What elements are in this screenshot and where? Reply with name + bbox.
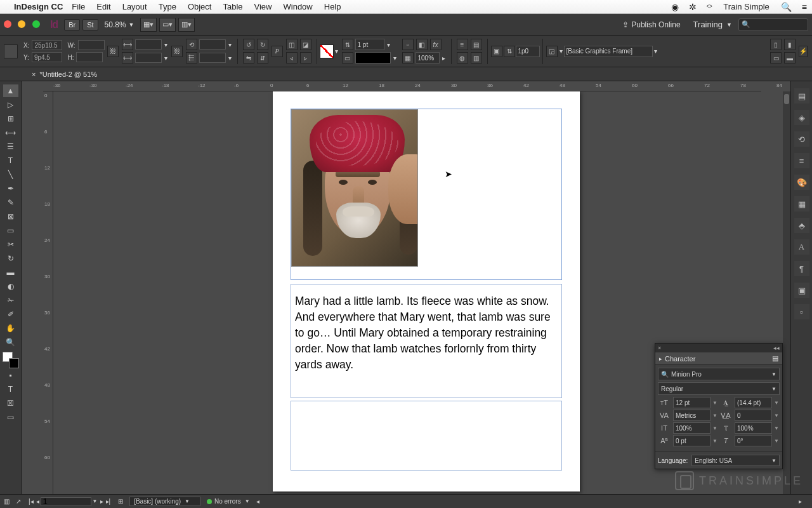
leading-input[interactable]: (14.4 pt) <box>735 397 772 408</box>
vscale-input[interactable]: 100% <box>673 422 710 434</box>
free-transform-tool[interactable]: ↻ <box>3 252 18 265</box>
pages-panel-icon[interactable]: ▤ <box>794 88 809 104</box>
paragraph-panel-icon[interactable]: ¶ <box>794 261 809 276</box>
view-options-button[interactable]: ▦▾ <box>140 18 157 32</box>
text-frame-empty[interactable] <box>291 401 562 471</box>
align-icon-2[interactable]: ▮ <box>784 39 796 50</box>
kerning-input[interactable]: Metrics <box>673 410 710 421</box>
shear-input[interactable] <box>199 53 226 63</box>
fx-none-icon[interactable]: ▫ <box>402 39 414 50</box>
eyedropper-tool[interactable]: ✐ <box>3 308 18 321</box>
minimize-window-icon[interactable] <box>18 20 25 28</box>
gap-tool[interactable]: ⟷ <box>3 126 18 139</box>
type-tool[interactable]: T <box>3 154 18 167</box>
vertical-ruler[interactable]: 0 6 12 18 24 30 36 42 48 54 60 <box>43 91 53 494</box>
rectangle-frame-tool[interactable]: ⊠ <box>3 210 18 223</box>
text-wrap-shape-icon[interactable]: ◍ <box>457 52 468 64</box>
align-icon-3[interactable]: ▭ <box>770 52 782 64</box>
baseline-input[interactable]: 0 pt <box>673 435 710 446</box>
window-controls[interactable] <box>4 19 44 30</box>
select-prev-icon[interactable]: ◃ <box>286 52 298 64</box>
zoom-level-dropdown[interactable]: 50.8%▼ <box>105 20 134 29</box>
menu-layout[interactable]: Layout <box>122 2 147 11</box>
stroke-weight-stepper[interactable]: ⇅ <box>342 39 353 50</box>
menu-type[interactable]: Type <box>159 2 176 11</box>
menu-object[interactable]: Object <box>188 2 212 11</box>
pencil-tool[interactable]: ✎ <box>3 196 18 209</box>
x-position-input[interactable] <box>32 40 62 50</box>
open-button-icon[interactable]: ⊞ <box>118 498 123 505</box>
panel-menu-icon[interactable]: ▤ <box>772 354 778 363</box>
scrollbar-thumb[interactable] <box>784 94 789 104</box>
stock-button[interactable]: St <box>82 19 98 30</box>
font-family-dropdown[interactable]: 🔍Minion Pro▼ <box>658 368 780 380</box>
page-tool[interactable]: ⊞ <box>3 112 18 125</box>
prev-page-icon[interactable]: ◂ <box>36 498 39 505</box>
wifi-icon[interactable]: ⌔ <box>707 2 712 12</box>
app-name[interactable]: InDesign CC <box>14 2 63 11</box>
object-styles-panel-icon[interactable]: ▣ <box>794 283 809 298</box>
screen-mode-toggle[interactable]: ▭ <box>3 411 18 424</box>
content-collector-tool[interactable]: ☰ <box>3 140 18 153</box>
menu-file[interactable]: File <box>72 2 85 11</box>
flip-h-icon[interactable]: ⇋ <box>243 52 254 64</box>
object-style-dropdown[interactable]: [Basic Graphics Frame] <box>564 46 653 57</box>
language-dropdown[interactable]: English: USA▼ <box>691 455 780 466</box>
page-number-input[interactable] <box>41 497 91 506</box>
links-panel-icon[interactable]: ⟲ <box>794 131 809 147</box>
rotate-ccw-icon[interactable]: ↺ <box>243 39 254 50</box>
help-search-input[interactable]: 🔍 <box>738 18 808 31</box>
tracking-input[interactable]: 0 <box>735 410 772 421</box>
fill-stroke-swatch[interactable] <box>320 44 334 58</box>
flip-v-icon[interactable]: ⇵ <box>257 52 268 64</box>
next-page-icon[interactable]: ▸ <box>100 498 103 505</box>
menu-edit[interactable]: Edit <box>96 2 110 11</box>
frame-fitting-icon[interactable]: ▣ <box>491 46 502 57</box>
document-tab[interactable]: ×*Untitled-2 @ 51% <box>25 69 103 80</box>
preset-dropdown[interactable]: [Basic] (working) ▼ <box>129 497 200 506</box>
selection-tool[interactable]: ▲ <box>3 84 18 97</box>
apply-color-icon[interactable]: ▪ <box>3 369 18 382</box>
cc-libraries-panel-icon[interactable]: ⬘ <box>794 218 809 233</box>
opacity-input[interactable]: 100% <box>416 52 440 64</box>
note-tool[interactable]: ✁ <box>3 294 18 307</box>
height-input[interactable] <box>76 52 103 62</box>
scissors-tool[interactable]: ✂ <box>3 238 18 251</box>
rotate-cw-icon[interactable]: ↻ <box>257 39 268 50</box>
panel-collapse-icon[interactable]: ◂◂ <box>773 345 780 351</box>
layers-panel-icon[interactable]: ◈ <box>794 110 809 125</box>
scroll-left-icon[interactable]: ◂ <box>256 498 259 505</box>
menu-extras-icon[interactable]: ≡ <box>802 2 807 12</box>
hscale-input[interactable]: 100% <box>735 422 772 434</box>
screen-mode-button[interactable]: ▭▾ <box>159 18 176 32</box>
gradient-feather-tool[interactable]: ◐ <box>3 280 18 293</box>
close-window-icon[interactable] <box>4 20 11 28</box>
workspace-switcher[interactable]: Training ▼ <box>687 17 738 32</box>
formatting-text-icon[interactable]: T <box>3 383 18 396</box>
first-page-icon[interactable]: |◂ <box>29 498 34 505</box>
cc-icon[interactable]: ◉ <box>671 2 679 12</box>
publish-online-button[interactable]: ⇪ Publish Online <box>622 20 680 29</box>
width-input[interactable] <box>78 40 105 50</box>
hand-tool[interactable]: ✋ <box>3 322 18 335</box>
font-style-dropdown[interactable]: Regular▼ <box>658 382 780 395</box>
character-panel-icon[interactable]: A <box>794 239 809 255</box>
more-panel-icon[interactable]: ▫ <box>794 304 809 319</box>
panel-chevron-icon[interactable]: ▸ <box>659 356 662 362</box>
scale-x-input[interactable] <box>135 39 162 50</box>
bridge-button[interactable]: Br <box>64 19 80 30</box>
color-panel-icon[interactable]: 🎨 <box>794 175 809 190</box>
align-icon-4[interactable]: ▬ <box>784 52 796 64</box>
zoom-window-icon[interactable] <box>32 20 40 28</box>
skew-input[interactable]: 0° <box>735 435 772 446</box>
font-size-input[interactable]: 12 pt <box>673 397 710 408</box>
corner-options-icon[interactable]: ◲ <box>546 46 558 57</box>
scroll-right-icon[interactable]: ▸ <box>799 498 802 505</box>
status-icon-2[interactable]: ↗ <box>16 498 21 505</box>
text-wrap-jump-icon[interactable]: ▥ <box>471 52 482 64</box>
horizontal-ruler[interactable]: -36 -30 -24 -18 -12 -6 0 6 12 18 24 30 3… <box>43 81 761 91</box>
select-content-icon[interactable]: ◪ <box>300 39 311 50</box>
page[interactable]: ⟲ <box>273 91 580 491</box>
menu-window[interactable]: Window <box>284 2 313 11</box>
control-menu-icon[interactable]: ⚡ <box>799 46 808 57</box>
